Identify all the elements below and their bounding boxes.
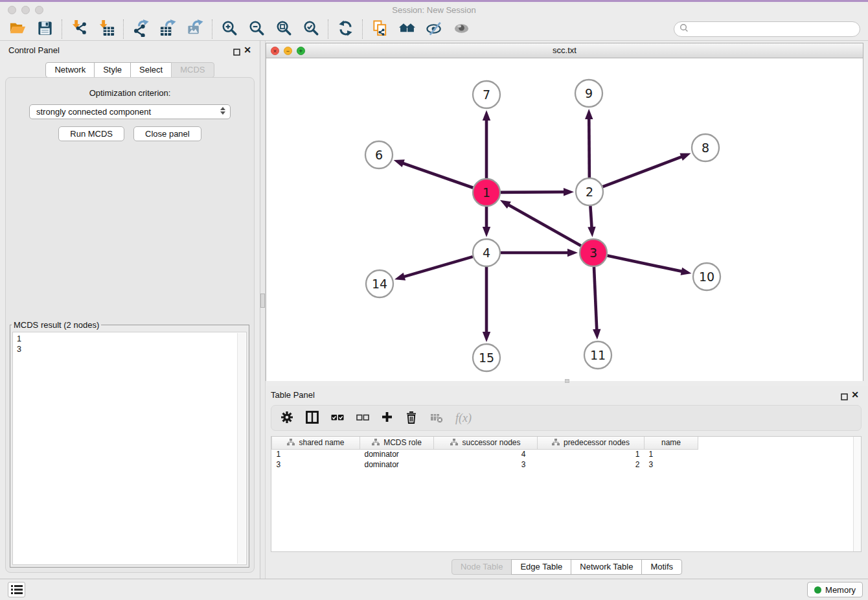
table-cell[interactable]: 1 bbox=[645, 449, 698, 459]
table-scrollbar[interactable] bbox=[853, 437, 861, 551]
graph-node-label: 1 bbox=[483, 185, 490, 200]
network-close-button[interactable]: × bbox=[271, 47, 279, 55]
refresh-button[interactable] bbox=[332, 19, 359, 40]
minimize-window-button[interactable] bbox=[21, 6, 30, 14]
delete-table-button[interactable] bbox=[430, 409, 443, 427]
optimization-criterion-select[interactable]: strongly connected component bbox=[29, 104, 231, 119]
deselect-all-button[interactable] bbox=[356, 409, 369, 427]
edge-4-14[interactable] bbox=[403, 257, 473, 277]
mcds-result-list[interactable]: 13 bbox=[12, 332, 247, 565]
table-cell[interactable]: 4 bbox=[434, 449, 538, 459]
columns-button[interactable] bbox=[306, 409, 319, 427]
zoom-selected-button[interactable] bbox=[297, 19, 325, 40]
edge-2-9[interactable] bbox=[589, 117, 589, 178]
resize-handle[interactable] bbox=[565, 379, 569, 383]
edge-3-10[interactable] bbox=[608, 256, 683, 272]
memory-button[interactable]: Memory bbox=[807, 582, 863, 597]
result-scrollbar[interactable] bbox=[237, 333, 246, 564]
close-window-button[interactable] bbox=[8, 6, 16, 14]
deselect-all-icon bbox=[356, 413, 369, 424]
copy-network-button[interactable] bbox=[366, 19, 393, 40]
close-panel-icon[interactable]: ✕ bbox=[851, 389, 859, 400]
homes-button[interactable] bbox=[393, 19, 420, 40]
tab-mcds[interactable]: MCDS bbox=[171, 62, 214, 78]
tab-network-table[interactable]: Network Table bbox=[571, 559, 642, 575]
eye-button[interactable] bbox=[448, 19, 475, 40]
delete-table-icon bbox=[430, 411, 443, 425]
tab-motifs[interactable]: Motifs bbox=[641, 559, 682, 575]
graph-node-label: 4 bbox=[483, 246, 490, 260]
search-box[interactable] bbox=[674, 21, 860, 37]
edge-1-2[interactable] bbox=[501, 192, 565, 192]
edge-1-6[interactable] bbox=[402, 163, 473, 188]
network-view-canvas[interactable]: 1234678910111415 bbox=[266, 58, 863, 381]
select-all-button[interactable] bbox=[331, 409, 344, 427]
zoom-in-icon bbox=[221, 19, 238, 39]
network-window-titlebar[interactable]: × − + scc.txt bbox=[266, 43, 863, 58]
close-panel-button[interactable]: Close panel bbox=[133, 126, 201, 141]
table-cell[interactable]: 1 bbox=[538, 449, 645, 459]
select-all-icon bbox=[331, 413, 344, 424]
search-input[interactable] bbox=[689, 25, 860, 34]
table-cell[interactable]: 1 bbox=[272, 449, 360, 459]
import-table-button[interactable] bbox=[93, 19, 120, 40]
edge-arrowhead bbox=[394, 159, 405, 167]
column-header-successor-nodes[interactable]: successor nodes bbox=[434, 437, 538, 449]
tab-network[interactable]: Network bbox=[45, 62, 95, 78]
zoom-in-button[interactable] bbox=[216, 19, 243, 40]
table-row[interactable]: 3dominator323 bbox=[272, 459, 698, 470]
edge-3-1[interactable] bbox=[507, 204, 581, 246]
float-panel-icon[interactable] bbox=[841, 391, 848, 398]
task-history-button[interactable] bbox=[8, 582, 25, 597]
zoom-window-button[interactable] bbox=[35, 6, 43, 14]
window-controls bbox=[8, 6, 43, 14]
column-header-shared-name[interactable]: shared name bbox=[272, 437, 360, 449]
export-table-button[interactable] bbox=[154, 19, 181, 40]
table-toolbar: f(x) bbox=[271, 405, 862, 431]
table-cell[interactable]: 2 bbox=[538, 459, 645, 470]
edge-3-11[interactable] bbox=[594, 267, 597, 331]
node-table-container: shared nameMCDS rolesuccessor nodesprede… bbox=[271, 436, 862, 552]
zoom-fit-button[interactable] bbox=[270, 19, 297, 40]
import-network-button[interactable] bbox=[65, 19, 93, 40]
network-graph[interactable]: 1234678910111415 bbox=[266, 58, 863, 380]
add-column-button[interactable] bbox=[382, 409, 393, 427]
network-minimize-button[interactable]: − bbox=[284, 47, 292, 55]
mcds-panel: Optimization criterion: strongly connect… bbox=[5, 77, 255, 573]
export-image-button[interactable] bbox=[181, 19, 209, 40]
tab-style[interactable]: Style bbox=[94, 62, 131, 78]
column-header-predecessor-nodes[interactable]: predecessor nodes bbox=[538, 437, 645, 449]
toolbar-separator bbox=[212, 19, 212, 39]
tab-edge-table[interactable]: Edge Table bbox=[511, 559, 571, 575]
splitter-grip[interactable] bbox=[260, 294, 265, 308]
table-cell[interactable]: 3 bbox=[645, 459, 698, 470]
select-value: strongly connected component bbox=[36, 107, 151, 117]
folder-open-button[interactable] bbox=[4, 19, 31, 40]
column-header-MCDS-role[interactable]: MCDS role bbox=[360, 437, 434, 449]
table-cell[interactable]: 3 bbox=[272, 459, 360, 470]
table-cell[interactable]: dominator bbox=[360, 449, 434, 459]
table-cell[interactable]: dominator bbox=[360, 459, 434, 470]
graph-node-label: 9 bbox=[585, 86, 593, 100]
edge-2-3[interactable] bbox=[590, 206, 591, 229]
zoom-out-button[interactable] bbox=[243, 19, 270, 40]
column-header-name[interactable]: name bbox=[645, 437, 698, 449]
function-builder-button[interactable]: f(x) bbox=[455, 409, 472, 427]
edge-2-8[interactable] bbox=[603, 156, 683, 187]
float-panel-icon[interactable] bbox=[233, 47, 240, 54]
close-panel-icon[interactable]: ✕ bbox=[244, 45, 251, 55]
network-zoom-button[interactable]: + bbox=[297, 47, 305, 55]
eye-slash-button[interactable] bbox=[420, 19, 448, 40]
toolbar-separator bbox=[328, 19, 328, 39]
list-icon bbox=[10, 584, 23, 595]
gear-button[interactable] bbox=[280, 409, 293, 427]
table-row[interactable]: 1dominator411 bbox=[272, 449, 698, 459]
vertical-splitter[interactable] bbox=[260, 41, 266, 579]
tab-node-table[interactable]: Node Table bbox=[451, 559, 512, 575]
save-button[interactable] bbox=[31, 19, 58, 40]
tab-select[interactable]: Select bbox=[130, 62, 172, 78]
table-cell[interactable]: 3 bbox=[434, 459, 538, 470]
export-network-button[interactable] bbox=[127, 19, 154, 40]
delete-column-button[interactable] bbox=[405, 409, 418, 427]
run-mcds-button[interactable]: Run MCDS bbox=[58, 126, 124, 141]
